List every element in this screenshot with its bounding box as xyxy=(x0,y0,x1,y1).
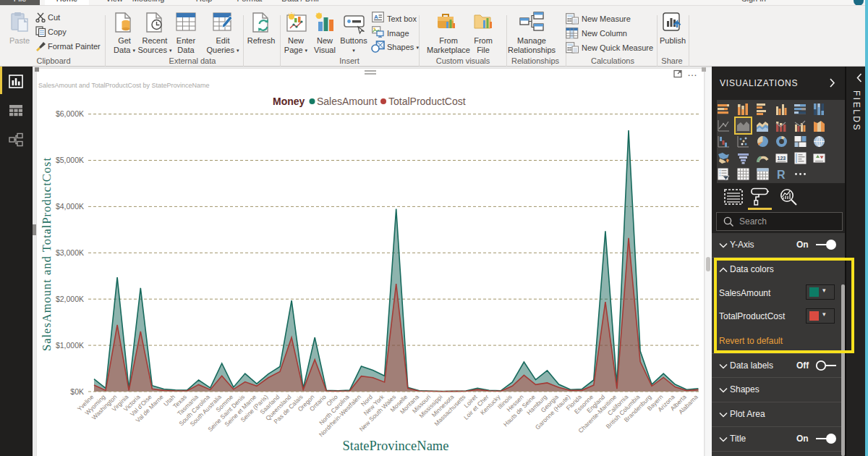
svg-text:SalesAmount and TotalProductCo: SalesAmount and TotalProductCost xyxy=(40,157,54,351)
svg-text:$5,000K: $5,000K xyxy=(56,156,84,164)
svg-text:TotalProductCost: TotalProductCost xyxy=(388,96,466,107)
svg-text:StateProvinceName: StateProvinceName xyxy=(343,439,449,453)
svg-text:123: 123 xyxy=(778,156,786,161)
svg-text:$1,000K: $1,000K xyxy=(56,341,84,350)
svg-text:$2,000K: $2,000K xyxy=(56,295,84,303)
svg-text:SalesAmount: SalesAmount xyxy=(317,96,377,107)
svg-text:$3,000K: $3,000K xyxy=(56,248,84,257)
svg-text:$4,000K: $4,000K xyxy=(56,202,84,211)
svg-text:A: A xyxy=(374,14,378,20)
svg-text:R: R xyxy=(777,169,786,180)
svg-text:$0K: $0K xyxy=(70,387,84,396)
svg-text:$6,000K: $6,000K xyxy=(56,109,84,118)
svg-text:SalesAmount and TotalProductCo: SalesAmount and TotalProductCost by Stat… xyxy=(38,82,209,89)
svg-text:Money: Money xyxy=(273,96,305,107)
